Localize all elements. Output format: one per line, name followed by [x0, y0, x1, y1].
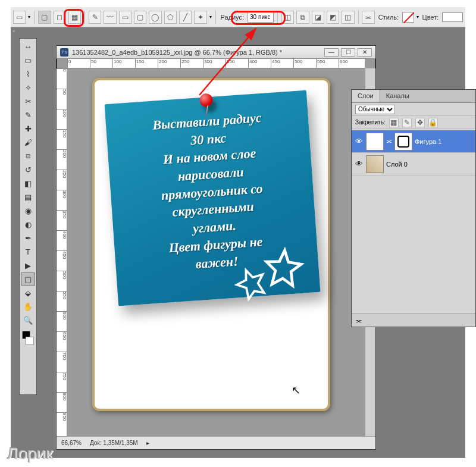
ruler-tick: 350 [57, 210, 67, 218]
tab-layers[interactable]: Слои [352, 90, 380, 102]
style-arrow-icon[interactable]: ▾ [416, 14, 419, 20]
line-shape-icon[interactable]: ╱ [179, 11, 192, 24]
ruler-tick: 50 [90, 59, 96, 68]
zoom-value[interactable]: 66,67% [61, 440, 82, 446]
blend-mode-select[interactable]: Обычные [355, 105, 395, 114]
custom-shape-icon[interactable]: ✦ [194, 11, 206, 24]
ruler-tick: 850 [57, 412, 67, 421]
paths-mode-icon[interactable]: ◻ [54, 11, 66, 24]
link-icon[interactable]: ⫘ [362, 11, 374, 24]
type-tool-icon[interactable]: T [21, 245, 35, 258]
layer-thumb[interactable] [366, 133, 384, 151]
heal-tool-icon[interactable]: ✚ [21, 122, 35, 135]
close-button[interactable]: ✕ [358, 48, 372, 57]
ruler-tick: 200 [57, 149, 67, 158]
ruler-tick: 550 [316, 59, 325, 68]
style-label: Стиль: [377, 14, 400, 21]
wand-tool-icon[interactable]: ✧ [21, 81, 35, 94]
ruler-tick: 200 [158, 59, 167, 68]
crop-tool-icon[interactable]: ✂ [21, 95, 35, 108]
history-brush-tool-icon[interactable]: ↺ [21, 163, 35, 176]
shape-tool-icon[interactable]: ▢ [21, 272, 35, 286]
rounded-rect-shape-icon[interactable]: ▢ [134, 11, 146, 24]
layer-name[interactable]: Слой 0 [386, 161, 408, 168]
color-label: Цвет: [421, 14, 440, 21]
ruler-tick: 100 [112, 59, 121, 68]
layers-panel: Слои Каналы Обычные Закрепить: ▦ ✎ ✥ 🔒 👁… [351, 89, 476, 327]
doc-size: Док: 1,35M/1,35M [90, 440, 138, 446]
layer-name[interactable]: Фигура 1 [415, 138, 441, 145]
polygon-shape-icon[interactable]: ⬠ [164, 11, 177, 24]
lock-all-icon[interactable]: 🔒 [428, 118, 438, 127]
ruler-tick: 600 [339, 59, 347, 68]
brush-tool-icon[interactable]: 🖌 [21, 136, 35, 149]
layer-row[interactable]: 👁 ⫘ Фигура 1 [352, 130, 475, 153]
combine-new-icon[interactable]: ◫ [281, 11, 294, 24]
ruler-tick: 400 [57, 230, 67, 239]
dropdown-arrow-icon[interactable]: ▾ [28, 14, 30, 20]
shape-layers-mode-icon[interactable]: ▢ [38, 11, 51, 24]
lock-pixels-icon[interactable]: ✎ [402, 118, 412, 127]
pen-tool-icon[interactable]: ✒ [21, 231, 35, 245]
combine-intersect-icon[interactable]: ◩ [327, 11, 339, 24]
hand-tool-icon[interactable]: ✋ [21, 300, 35, 313]
canvas[interactable]: Выставили радиус 30 пкс И на новом слое … [92, 78, 330, 411]
visibility-icon[interactable]: 👁 [354, 137, 364, 146]
separator [34, 11, 35, 24]
shape-options-arrow-icon[interactable]: ▾ [209, 14, 212, 20]
pin-icon [199, 93, 213, 107]
color-swatch[interactable] [442, 12, 463, 22]
lasso-tool-icon[interactable]: ⌇ [21, 67, 35, 80]
fill-pixels-mode-icon[interactable]: ▦ [68, 11, 81, 24]
eraser-tool-icon[interactable]: ◧ [21, 177, 35, 190]
combine-add-icon[interactable]: ⧉ [296, 11, 309, 24]
background-swatch[interactable] [26, 337, 34, 345]
ruler-tick: 650 [57, 331, 67, 340]
ruler-tick: 250 [180, 59, 189, 68]
marquee-tool-icon[interactable]: ▭ [21, 54, 35, 67]
combine-subtract-icon[interactable]: ◪ [312, 11, 324, 24]
ruler-tick: 350 [226, 59, 234, 68]
eyedropper-tool-icon[interactable]: ✎ [21, 108, 35, 121]
tab-channels[interactable]: Каналы [380, 90, 415, 102]
visibility-icon[interactable]: 👁 [354, 159, 364, 169]
panel-toggle-icon[interactable]: « [12, 29, 15, 34]
pen-shape-icon[interactable]: ✎ [89, 11, 101, 24]
style-swatch-none[interactable] [402, 12, 414, 23]
ellipse-shape-icon[interactable]: ◯ [149, 11, 161, 24]
ruler-tick: 100 [57, 109, 67, 117]
canvas-viewport[interactable]: Выставили радиус 30 пкс И на новом слое … [67, 68, 365, 436]
zoom-tool-icon[interactable]: 🔍 [21, 314, 35, 327]
move-tool-icon[interactable]: ↔ [21, 40, 35, 53]
mask-link-icon[interactable]: ⫘ [386, 138, 392, 145]
radius-input[interactable] [248, 12, 274, 23]
stamp-tool-icon[interactable]: ⧈ [21, 149, 35, 162]
document-titlebar[interactable]: Ps 1361352482_0_a4edb_b1059125_xxl.jpg @… [57, 46, 375, 59]
minimize-button[interactable]: — [324, 48, 339, 57]
dodge-tool-icon[interactable]: ◐ [21, 218, 35, 231]
layer-row[interactable]: 👁 Слой 0 [352, 153, 475, 175]
path-select-tool-icon[interactable]: ▶ [21, 259, 35, 272]
3d-tool-icon[interactable]: ⬙ [21, 286, 35, 299]
freeform-pen-icon[interactable]: 〰 [104, 11, 116, 24]
tool-preset-icon[interactable]: ▭ [13, 11, 26, 24]
lock-position-icon[interactable]: ✥ [415, 118, 425, 127]
gradient-tool-icon[interactable]: ▤ [21, 190, 35, 203]
lock-transparency-icon[interactable]: ▦ [389, 118, 399, 127]
separator [358, 11, 359, 24]
mask-thumb[interactable] [394, 133, 412, 151]
ruler-tick: 550 [57, 291, 67, 299]
horizontal-ruler[interactable]: 050100150200250300350400450500550600 [67, 59, 365, 68]
status-arrow-icon[interactable]: ▸ [146, 440, 149, 446]
lock-label: Закрепить: [355, 119, 386, 126]
blur-tool-icon[interactable]: ◉ [21, 204, 35, 217]
ruler-tick: 450 [57, 250, 67, 259]
layer-thumb[interactable] [366, 155, 384, 173]
combine-exclude-icon[interactable]: ◫ [342, 11, 354, 24]
color-swatches[interactable] [21, 330, 35, 346]
cursor-icon: ↖ [292, 384, 300, 397]
maximize-button[interactable]: ☐ [341, 48, 355, 57]
vertical-ruler[interactable]: 0501001502002503003504004505005506006507… [57, 68, 67, 436]
link-layers-icon[interactable]: ⫘ [355, 317, 362, 324]
rectangle-shape-icon[interactable]: ▭ [119, 11, 131, 24]
